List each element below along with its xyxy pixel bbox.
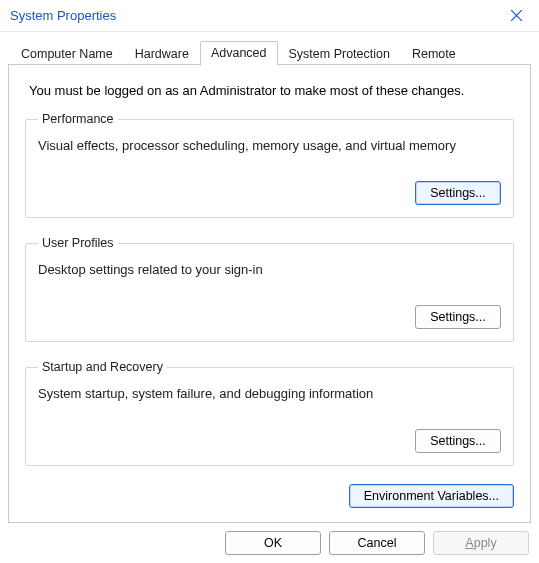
user-profiles-desc: Desktop settings related to your sign-in <box>38 262 501 277</box>
tab-panel-advanced: You must be logged on as an Administrato… <box>8 64 531 523</box>
user-profiles-settings-button[interactable]: Settings... <box>415 305 501 329</box>
close-button[interactable] <box>493 0 539 32</box>
dialog-footer: OK Cancel Apply <box>225 531 529 555</box>
user-profiles-legend: User Profiles <box>38 236 118 250</box>
performance-group: Performance Visual effects, processor sc… <box>25 112 514 218</box>
window-title: System Properties <box>10 8 116 23</box>
startup-recovery-legend: Startup and Recovery <box>38 360 167 374</box>
tab-computer-name[interactable]: Computer Name <box>10 42 124 66</box>
apply-button[interactable]: Apply <box>433 531 529 555</box>
performance-settings-button[interactable]: Settings... <box>415 181 501 205</box>
tab-hardware[interactable]: Hardware <box>124 42 200 66</box>
tab-remote[interactable]: Remote <box>401 42 467 66</box>
tab-system-protection[interactable]: System Protection <box>278 42 401 66</box>
performance-desc: Visual effects, processor scheduling, me… <box>38 138 501 153</box>
performance-legend: Performance <box>38 112 118 126</box>
cancel-button[interactable]: Cancel <box>329 531 425 555</box>
environment-variables-button[interactable]: Environment Variables... <box>349 484 514 508</box>
titlebar: System Properties <box>0 0 539 32</box>
ok-button[interactable]: OK <box>225 531 321 555</box>
apply-label-rest: pply <box>474 536 497 550</box>
tab-advanced[interactable]: Advanced <box>200 41 278 66</box>
startup-recovery-group: Startup and Recovery System startup, sys… <box>25 360 514 466</box>
startup-recovery-desc: System startup, system failure, and debu… <box>38 386 501 401</box>
close-icon <box>511 10 522 21</box>
tabstrip: Computer Name Hardware Advanced System P… <box>0 32 539 65</box>
user-profiles-group: User Profiles Desktop settings related t… <box>25 236 514 342</box>
startup-recovery-settings-button[interactable]: Settings... <box>415 429 501 453</box>
admin-notice-text: You must be logged on as an Administrato… <box>29 83 512 98</box>
apply-mnemonic: A <box>465 536 473 550</box>
